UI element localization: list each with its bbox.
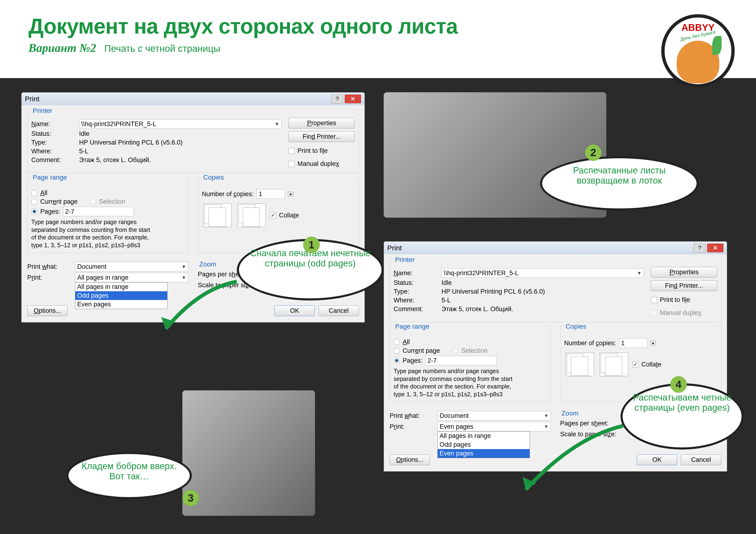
all-label: All	[403, 338, 410, 346]
all-radio[interactable]	[393, 339, 400, 345]
copies-legend: Copies	[202, 174, 355, 181]
dialog-title: Print	[25, 95, 40, 103]
options-button[interactable]: Options...	[390, 454, 430, 465]
pages-radio[interactable]	[393, 358, 400, 364]
help-button[interactable]: ?	[331, 94, 343, 103]
where-label: Where:	[31, 148, 76, 155]
selection-radio	[452, 348, 459, 354]
page-range-legend: Page range	[393, 323, 547, 330]
step-badge-1: 1	[303, 237, 320, 253]
step-badge-3: 3	[182, 490, 199, 506]
spin-up-button[interactable]: ▲	[288, 191, 293, 196]
where-label: Where:	[393, 297, 439, 304]
status-value: Idle	[442, 279, 452, 287]
printer-tray-photo	[182, 391, 315, 516]
callout-bubble-4: Распечатываем четные страницы (even page…	[621, 383, 744, 449]
print-what-label: Print what:	[27, 263, 72, 270]
properties-button[interactable]: Properties	[651, 267, 717, 277]
cancel-button[interactable]: Cancel	[318, 305, 359, 316]
dialog-title: Print	[387, 244, 402, 252]
close-button[interactable]: ✕	[707, 243, 723, 252]
selection-label: Selection	[99, 198, 125, 205]
bubble-3-text: Кладем бобром вверх. Вот так…	[82, 461, 176, 481]
current-page-radio[interactable]	[393, 348, 400, 354]
step-badge-2: 2	[585, 144, 602, 161]
current-page-label: Current page	[403, 347, 440, 354]
bubble-4-text: Распечатываем четные страницы (even page…	[633, 393, 731, 413]
printer-name-select[interactable]: \\hq-print32\PRINTER_5-L▼	[79, 119, 282, 129]
collate-label: Collate	[279, 212, 299, 219]
collate-icon	[600, 352, 628, 376]
page-subtitle: Вариант №2 Печать с четной страницы	[28, 41, 728, 55]
beaver-mascot	[677, 41, 719, 83]
print-what-select[interactable]: Document▼	[75, 262, 188, 271]
collate-checkbox[interactable]: ✓	[270, 212, 276, 218]
pages-radio[interactable]	[31, 209, 38, 215]
callout-bubble-2: Распечатанные листы возвращаем в лоток	[540, 156, 699, 211]
print-to-file-checkbox[interactable]	[651, 297, 657, 303]
pages-input[interactable]	[425, 356, 497, 365]
all-label: All	[40, 189, 47, 197]
printer-name-select[interactable]: \\hq-print32\PRINTER_5-L▼	[442, 268, 644, 278]
pages-hint: Type page numbers and/or page ranges sep…	[31, 218, 154, 249]
type-label: Type:	[31, 139, 76, 146]
options-button[interactable]: Options...	[27, 305, 68, 316]
pages-label: Pages:	[40, 208, 60, 215]
manual-duplex-label: Manual duplex	[660, 309, 702, 317]
close-button[interactable]: ✕	[345, 94, 361, 103]
all-radio[interactable]	[31, 190, 38, 196]
print-pages-label: Print:	[390, 423, 435, 430]
variant-label: Вариант №2	[28, 41, 96, 54]
selection-label: Selection	[461, 347, 488, 354]
leaf-icon	[712, 36, 722, 55]
pages-input[interactable]	[63, 207, 134, 216]
step-badge-4: 4	[670, 376, 687, 393]
status-label: Status:	[393, 279, 439, 287]
page-range-legend: Page range	[31, 174, 184, 181]
num-copies-input[interactable]	[619, 338, 647, 348]
collate-label: Collate	[641, 361, 661, 368]
where-value: 5-L	[79, 148, 88, 155]
current-page-label: Current page	[40, 198, 78, 205]
collate-checkbox[interactable]: ✓	[633, 361, 638, 368]
dialog-titlebar: Print ? ✕	[384, 242, 727, 254]
manual-duplex-checkbox[interactable]	[288, 161, 295, 167]
name-label: Name:	[31, 120, 76, 128]
find-printer-button[interactable]: Find Printer...	[288, 131, 355, 142]
num-copies-input[interactable]	[256, 189, 285, 199]
properties-button[interactable]: Properties	[288, 118, 355, 128]
printer-legend: Printer	[31, 107, 355, 114]
printer-group: Printer Name: \\hq-print32\PRINTER_5-L▼ …	[390, 259, 721, 322]
current-page-radio[interactable]	[31, 199, 38, 205]
brand-badge: ABBYY День без бумаги	[661, 14, 735, 88]
find-printer-button[interactable]: Find Printer...	[651, 280, 717, 291]
status-label: Status:	[31, 130, 76, 138]
content-area: Print ? ✕ Printer Name: \\hq-print32\PRI…	[0, 78, 756, 534]
print-to-file-label: Print to file	[297, 147, 328, 155]
status-value: Idle	[79, 130, 90, 138]
where-value: 5-L	[442, 297, 451, 304]
printer-legend: Printer	[393, 256, 717, 264]
collate-icon	[237, 203, 266, 227]
printer-group: Printer Name: \\hq-print32\PRINTER_5-L▼ …	[27, 110, 359, 173]
page-range-group: Page range All Current page Selection Pa…	[27, 177, 188, 253]
cancel-button[interactable]: Cancel	[681, 454, 721, 465]
comment-label: Comment:	[393, 305, 439, 313]
num-copies-label: Number of copies:	[564, 340, 616, 347]
selection-radio	[90, 199, 96, 205]
variant-description: Печать с четной страницы	[104, 43, 220, 54]
arrow-curve-4	[512, 419, 630, 504]
callout-bubble-3: Кладем бобром вверх. Вот так…	[66, 452, 192, 499]
print-what-label: Print what:	[390, 412, 435, 420]
print-to-file-checkbox[interactable]	[288, 148, 295, 154]
num-copies-label: Number of copies:	[202, 191, 254, 198]
ok-button[interactable]: OK	[637, 454, 677, 465]
ok-button[interactable]: OK	[275, 305, 315, 316]
chevron-down-icon: ▼	[544, 413, 549, 419]
spin-up-button[interactable]: ▲	[650, 341, 656, 345]
chevron-down-icon: ▼	[181, 264, 186, 269]
type-value: HP Universal Printing PCL 6 (v5.6.0)	[442, 288, 545, 295]
page-title: Документ на двух сторонах одного листа	[28, 14, 728, 38]
comment-value: Этаж 5, отсек L. Общий.	[442, 305, 513, 313]
help-button[interactable]: ?	[694, 243, 706, 252]
